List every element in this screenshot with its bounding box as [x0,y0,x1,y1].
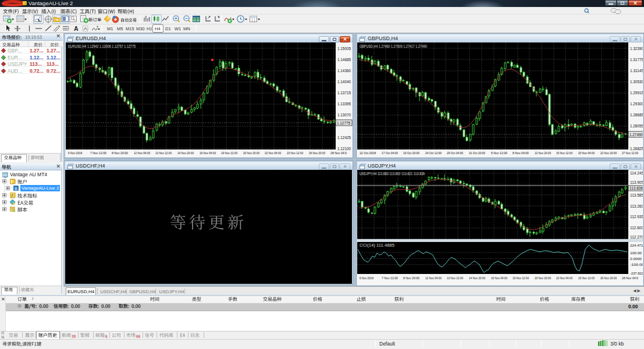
svg-text:-237.8227: -237.8227 [630,271,643,275]
svg-text:22 Nov 04:00: 22 Nov 04:00 [265,151,281,155]
svg-text:20 Nov 04:00: 20 Nov 04:00 [578,151,595,155]
svg-text:28 Nov 04:0: 28 Nov 04:0 [622,276,638,280]
svg-text:1.28055: 1.28055 [630,124,643,128]
svg-text:1.14040: 1.14040 [337,80,351,84]
svg-text:23 Nov 12:00: 23 Nov 12:00 [578,276,595,280]
svg-text:28 Nov 04:0: 28 Nov 04:0 [330,151,347,155]
svg-text:8 Nov 20:00: 8 Nov 20:00 [403,276,419,280]
svg-text:113.836: 113.836 [629,186,643,190]
svg-text:12 Nov 20:00: 12 Nov 20:00 [535,151,551,155]
svg-text:224.4718: 224.4718 [630,243,643,247]
svg-text:16 Nov 04:00: 16 Nov 04:00 [491,276,507,280]
svg-text:113.260: 113.260 [630,204,643,208]
svg-text:12 Nov 04:00: 12 Nov 04:00 [134,151,150,155]
svg-text:20 Nov 20:00: 20 Nov 20:00 [535,276,551,280]
svg-text:24 Oct 12:00: 24 Oct 12:00 [425,151,442,155]
svg-text:CCI(14) 111.4885: CCI(14) 111.4885 [360,243,394,248]
svg-text:23 Nov 12:00: 23 Nov 12:00 [287,151,303,155]
svg-text:1.12775: 1.12775 [337,121,350,125]
svg-text:100.00: 100.00 [630,251,642,255]
svg-text:7 Nov 12:00: 7 Nov 12:00 [382,276,398,280]
svg-text:1.13395: 1.13395 [337,102,351,106]
svg-text:8 Nov 04:00: 8 Nov 04:00 [513,151,529,155]
svg-text:1.32390: 1.32390 [630,47,643,51]
svg-text:6 Nov 2018: 6 Nov 2018 [360,276,373,280]
svg-text:GBPUSD,H4 1.27460 1.27609 1.27: GBPUSD,H4 1.27460 1.27609 1.27417 1.2749… [360,44,427,48]
svg-text:20 Nov 20:00: 20 Nov 20:00 [243,151,259,155]
svg-text:1.14685: 1.14685 [337,58,351,62]
svg-text:1.29300: 1.29300 [630,102,643,106]
svg-text:113.905: 113.905 [630,180,643,184]
svg-text:17 Oct 04:00: 17 Oct 04:00 [382,151,398,155]
svg-text:114.245: 114.245 [630,171,643,175]
svg-text:113.585: 113.585 [630,193,643,197]
svg-text:1.30530: 1.30530 [630,80,643,84]
svg-text:14 Nov 20:00: 14 Nov 20:00 [177,151,194,155]
svg-text:1.13715: 1.13715 [337,91,351,95]
svg-text:1.12100: 1.12100 [337,147,351,151]
svg-text:USDJPY,H4 113.883 113.892 113.: USDJPY,H4 113.883 113.892 113.821 113.83… [360,172,425,176]
svg-text:0.0000: 0.0000 [630,257,642,261]
svg-text:22 Nov 20:00: 22 Nov 20:00 [600,151,617,155]
svg-text:12 Oct 2018: 12 Oct 2018 [360,151,376,155]
svg-text:19 Oct 20:00: 19 Oct 20:00 [403,151,419,155]
svg-text:15 Nov 12:00: 15 Nov 12:00 [556,151,572,155]
svg-text:1.13070: 1.13070 [337,113,351,117]
svg-text:8 Nov 20:00: 8 Nov 20:00 [112,151,128,155]
svg-text:A: A [74,25,79,32]
svg-text:14 Nov 20:00: 14 Nov 20:00 [469,276,485,280]
svg-text:112.600: 112.600 [630,226,643,230]
svg-text:EURUSD,H4 1.12942 1.13006 1.12: EURUSD,H4 1.12942 1.13006 1.12757 1.1277… [68,44,136,48]
svg-text:1.15005: 1.15005 [337,47,351,51]
svg-text:13 Nov 12:00: 13 Nov 12:00 [155,151,172,155]
svg-text:26 Nov 20:00: 26 Nov 20:00 [309,151,325,155]
svg-text:1.26825: 1.26825 [630,147,643,151]
svg-text:1.31145: 1.31145 [630,69,643,73]
svg-text:5 Nov 12:00: 5 Nov 12:00 [491,151,507,155]
svg-text:27 Nov 12:00: 27 Nov 12:00 [622,151,638,155]
svg-text:1.31775: 1.31775 [630,58,643,62]
svg-text:112.935: 112.935 [630,215,643,219]
svg-text:1.27490: 1.27490 [629,133,643,137]
svg-text:1.28685: 1.28685 [630,113,643,117]
svg-text:22 Nov 04:00: 22 Nov 04:00 [556,276,572,280]
svg-text:19 Nov 12:00: 19 Nov 12:00 [513,276,529,280]
svg-text:12 Nov 04:00: 12 Nov 04:00 [425,276,442,280]
svg-text:1.12425: 1.12425 [337,136,351,140]
svg-text:31 Oct 20:00: 31 Oct 20:00 [469,151,485,155]
svg-text:26 Nov 20:00: 26 Nov 20:00 [600,276,617,280]
svg-text:-100.00: -100.00 [630,262,643,266]
svg-text:1.14360: 1.14360 [337,69,351,73]
svg-text:29 Oct 04:00: 29 Oct 04:00 [447,151,463,155]
svg-text:112.270: 112.270 [630,235,643,239]
svg-text:B: B [15,187,17,191]
svg-text:6 Nov 2018: 6 Nov 2018 [68,151,82,155]
svg-text:13 Nov 12:00: 13 Nov 12:00 [447,276,463,280]
svg-text:7 Nov 12:00: 7 Nov 12:00 [90,151,106,155]
svg-text:19 Nov 12:00: 19 Nov 12:00 [221,151,237,155]
svg-text:1.29915: 1.29915 [630,91,643,95]
svg-text:16 Nov 04:00: 16 Nov 04:00 [200,151,216,155]
